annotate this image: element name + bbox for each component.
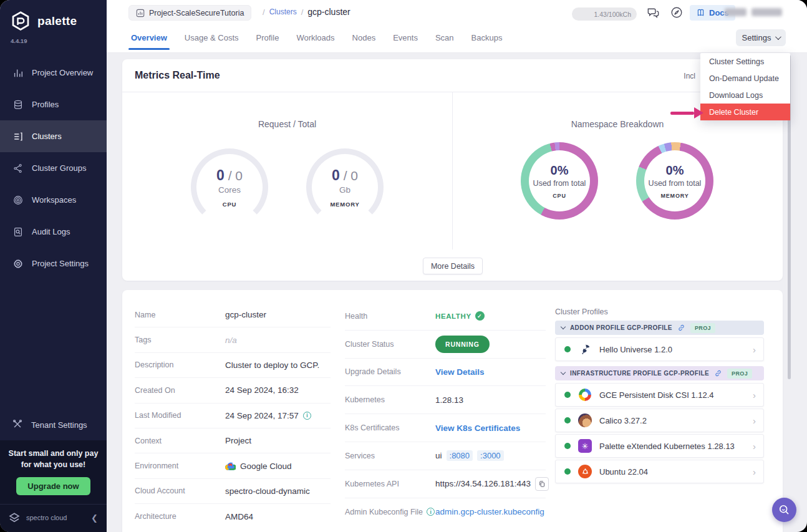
proj-scope-badge: PROJ <box>727 369 752 379</box>
profile-layer-calico[interactable]: Calico 3.27.2 › <box>555 409 764 432</box>
link-icon[interactable] <box>677 324 685 332</box>
copy-icon[interactable] <box>535 477 549 491</box>
cluster-info-column: Name gcp-cluster Tags n/a Description Cl… <box>135 302 331 530</box>
metrics-clipped-text: Incl <box>684 72 695 80</box>
chat-icon[interactable] <box>646 6 661 21</box>
status-dot-green <box>564 392 571 398</box>
main-area: Project-ScaleSecureTutoria / Clusters / … <box>107 0 807 532</box>
tab-backups[interactable]: Backups <box>463 29 511 51</box>
feedback-search-button[interactable] <box>772 498 796 522</box>
compass-icon[interactable] <box>670 6 685 21</box>
info-icon[interactable]: i <box>303 412 311 420</box>
sidebar-item-label: Audit Logs <box>32 227 70 236</box>
user-name-redacted[interactable] <box>725 8 782 17</box>
profile-layer-ubuntu[interactable]: Ubuntu 22.04 › <box>555 460 764 483</box>
kubeconfig-download-link[interactable]: admin.gcp-cluster.kubeconfig <box>435 507 544 516</box>
settings-button-label: Settings <box>742 33 771 42</box>
service-port-link[interactable]: :3000 <box>477 450 504 461</box>
tab-overview[interactable]: Overview <box>122 29 176 51</box>
breadcrumb: / Clusters / gcp-cluster <box>263 7 350 17</box>
upgrade-now-button[interactable]: Upgrade now <box>16 477 90 495</box>
app-version: 4.4.19 <box>0 32 107 44</box>
service-port-link[interactable]: :8080 <box>447 450 473 461</box>
cpu-namespace-donut: 0% Used from total CPU <box>521 142 598 220</box>
info-row-last-modified: Last Modified 24 Sep 2024, 17:57 i <box>135 404 331 428</box>
status-row-cluster-status: Cluster Status RUNNING <box>345 331 546 359</box>
palette-kubernetes-icon: ✳ <box>578 439 592 453</box>
tab-nodes[interactable]: Nodes <box>344 29 385 51</box>
settings-dropdown-menu: Cluster Settings On-Demand Update Downlo… <box>700 53 790 120</box>
tab-workloads[interactable]: Workloads <box>288 29 343 51</box>
memory-gauge-unit: Gb <box>339 185 350 195</box>
top-bar: Project-ScaleSecureTutoria / Clusters / … <box>107 0 807 53</box>
chevron-right-icon: › <box>753 441 756 452</box>
target-icon <box>12 194 24 206</box>
check-icon: ✓ <box>475 311 485 321</box>
addon-profile-header-label: ADDON PROFILE GCP-PROFILE <box>570 324 672 331</box>
info-row-description: Description Cluster to deploy to GCP. <box>135 353 331 378</box>
status-row-kubernetes: Kubernetes 1.28.13 <box>345 386 546 414</box>
status-dot-green <box>564 346 571 352</box>
promo-text: Start small and only pay for what you us… <box>6 448 100 470</box>
sidebar-item-audit-logs[interactable]: Audit Logs <box>0 216 107 248</box>
sidebar-item-workspaces[interactable]: Workspaces <box>0 184 107 216</box>
tab-profile[interactable]: Profile <box>248 29 288 51</box>
addon-profile-group-header[interactable]: ADDON PROFILE GCP-PROFILE PROJ <box>555 321 764 335</box>
palette-logo-icon <box>9 10 32 32</box>
breadcrumb-clusters-link[interactable]: Clusters <box>269 7 297 16</box>
status-dot-green <box>564 443 571 449</box>
tab-events[interactable]: Events <box>384 29 427 51</box>
brand-logo: palette <box>0 0 107 32</box>
breadcrumb-separator: / <box>301 7 304 17</box>
status-row-upgrade-details: Upgrade Details View Details <box>345 359 546 387</box>
chevron-right-icon: › <box>753 390 756 400</box>
status-row-services: Services ui :8080 :3000 <box>345 442 546 470</box>
settings-button[interactable]: Settings <box>736 29 786 46</box>
info-row-tags: Tags n/a <box>135 327 331 352</box>
info-row-name: Name gcp-cluster <box>135 302 331 327</box>
info-row-context: Context Project <box>135 428 331 453</box>
info-row-created-on: Created On 24 Sep 2024, 16:32 <box>135 378 331 403</box>
sidebar-item-project-settings[interactable]: Project Settings <box>0 248 107 279</box>
tab-scan[interactable]: Scan <box>427 29 463 51</box>
menu-item-on-demand-update[interactable]: On-Demand Update <box>700 70 790 87</box>
profile-layer-pxk[interactable]: ✳ Palette eXtended Kubernetes 1.28.13 › <box>555 434 764 458</box>
profile-layer-hello-universe[interactable]: Hello Universe 1.2.0 › <box>555 337 764 361</box>
request-total-title: Request / Total <box>122 119 452 129</box>
chevron-right-icon: › <box>753 467 756 477</box>
memory-donut-percent: 0% <box>666 163 684 178</box>
sidebar-footer: spectro cloud ❮ <box>0 504 107 532</box>
info-row-environment: Environment Google Cloud <box>135 453 331 478</box>
infra-profile-header-label: INFRASTRUCTURE PROFILE GCP-PROFILE <box>570 370 709 377</box>
cluster-status-column: Health HEALTHY ✓ Cluster Status RUNNING … <box>345 302 546 526</box>
info-icon[interactable]: i <box>427 508 435 516</box>
menu-item-download-logs[interactable]: Download Logs <box>700 87 790 104</box>
sidebar-item-profiles[interactable]: Profiles <box>0 89 107 120</box>
cpu-gauge: 0 / 0 Cores CPU <box>191 148 268 226</box>
chevron-down-icon <box>775 34 781 40</box>
sidebar-item-tenant-settings[interactable]: Tenant Settings <box>0 410 107 440</box>
infrastructure-profile-group-header[interactable]: INFRASTRUCTURE PROFILE GCP-PROFILE PROJ <box>555 366 764 380</box>
menu-item-cluster-settings[interactable]: Cluster Settings <box>700 53 790 70</box>
collapse-sidebar-icon[interactable]: ❮ <box>91 513 98 523</box>
profile-layer-gce-csi[interactable]: GCE Persistent Disk CSI 1.12.4 › <box>555 383 764 407</box>
view-k8s-certificates-link[interactable]: View K8s Certificates <box>435 423 520 433</box>
cluster-details-card: Name gcp-cluster Tags n/a Description Cl… <box>122 290 783 532</box>
credits-badge: 1.43/100kCh <box>572 7 637 21</box>
footer-brand-name: spectro cloud <box>26 514 86 521</box>
memory-gauge-value: 0 <box>332 167 340 183</box>
link-icon[interactable] <box>714 369 722 377</box>
view-details-link[interactable]: View Details <box>435 367 485 377</box>
more-details-button[interactable]: More Details <box>423 258 483 274</box>
breadcrumb-separator: / <box>263 7 265 17</box>
sidebar-item-label: Workspaces <box>32 195 76 205</box>
menu-item-delete-cluster[interactable]: Delete Cluster <box>700 104 790 120</box>
sidebar-item-label: Cluster Groups <box>32 163 86 173</box>
status-row-kubernetes-api: Kubernetes API https://34.54.126.181:443 <box>345 470 546 498</box>
tab-usage-costs[interactable]: Usage & Costs <box>176 29 248 51</box>
project-selector[interactable]: Project-ScaleSecureTutoria <box>128 5 251 21</box>
bar-chart-icon <box>12 67 24 79</box>
sidebar-item-project-overview[interactable]: Project Overview <box>0 57 107 89</box>
sidebar-item-cluster-groups[interactable]: Cluster Groups <box>0 152 107 184</box>
sidebar-item-clusters[interactable]: Clusters <box>0 120 107 152</box>
